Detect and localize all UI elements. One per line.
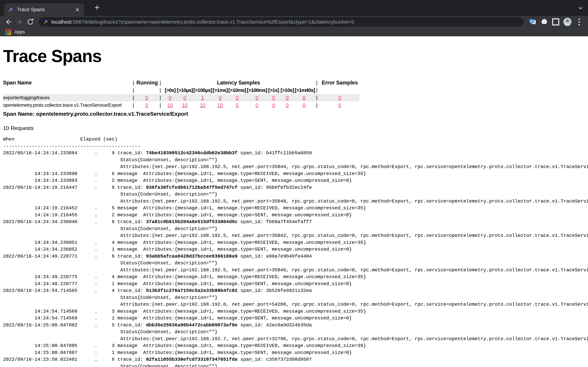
latency-count-cell: 0 (268, 101, 280, 109)
span-table-row: opentelemetry.proto.collector.trace.v1.T… (3, 101, 359, 109)
selected-span-label: Span Name: opentelemetry.proto.collector… (3, 111, 588, 117)
span-name: opentelemetry.proto.collector.trace.v1.T… (3, 101, 130, 109)
latency-count-cell: 10 (193, 101, 212, 109)
request-count: 10 Requests (3, 125, 588, 131)
running-count-link[interactable]: 0 (145, 102, 148, 108)
opentelemetry-favicon-icon (43, 19, 48, 25)
latency-bucket-label: [>10ms] (228, 86, 246, 94)
forward-button[interactable] (16, 18, 23, 26)
bucket-spacer (3, 86, 130, 94)
running-count-link[interactable]: 0 (145, 95, 148, 100)
latency-count-cell: 0 (246, 94, 268, 101)
latency-bucket-label: [>1s] (268, 86, 280, 94)
latency-count-link[interactable]: 0 (219, 95, 222, 100)
browser-chrome: Trace Spans × + (0, 0, 588, 36)
latency-count-link[interactable]: 0 (272, 102, 275, 108)
column-separator: | (157, 94, 164, 101)
column-separator: | (313, 94, 320, 101)
extensions-puzzle-icon[interactable] (540, 18, 548, 26)
latency-count-cell: 10 (164, 101, 177, 109)
url-path: :55679/debug/tracez?zspanname=openteleme… (71, 19, 354, 25)
bucket-spacer (320, 86, 359, 94)
column-separator: | (157, 101, 164, 109)
column-separator: | (130, 94, 137, 101)
table-header-row: Span Name | Running | Latency Samples | … (3, 79, 359, 86)
latency-count-link[interactable]: 0 (286, 95, 289, 100)
bookmarks-bar: Apps (0, 28, 588, 36)
apps-grid-icon[interactable] (5, 29, 11, 35)
running-count-cell: 0 (137, 94, 157, 101)
latency-count-cell: 5 (228, 101, 246, 109)
column-separator: | (130, 101, 137, 109)
browser-menu-icon[interactable] (575, 18, 583, 26)
running-count-cell: 0 (137, 101, 157, 109)
column-separator: | (130, 86, 137, 94)
latency-count-link[interactable]: 0 (286, 102, 289, 108)
col-error-samples: Error Samples (320, 79, 359, 86)
bucket-header-row: ||[>0s][>10µs][>100µs][>1ms][>10ms][>100… (3, 86, 359, 94)
opentelemetry-favicon-icon (8, 7, 14, 13)
tab-close-icon[interactable]: × (74, 6, 80, 13)
latency-count-link[interactable]: 0 (272, 95, 275, 100)
latency-count-link[interactable]: 10 (217, 102, 223, 108)
tab-strip: Trace Spans × + (0, 0, 588, 16)
browser-tab[interactable]: Trace Spans × (4, 3, 84, 16)
latency-count-cell: 0 (268, 94, 280, 101)
latency-count-link[interactable]: 0 (169, 95, 172, 100)
latency-bucket-label: [>1m40s] (295, 86, 313, 94)
latency-count-link[interactable]: 5 (236, 102, 239, 108)
tab-title: Trace Spans (17, 7, 74, 12)
latency-bucket-label: [>0s] (164, 86, 177, 94)
latency-count-cell: 1 (193, 94, 212, 101)
profile-avatar[interactable] (563, 18, 571, 26)
latency-count-link[interactable]: 0 (303, 95, 306, 100)
column-separator: | (157, 86, 164, 94)
latency-count-link[interactable]: 0 (303, 102, 306, 108)
latency-bucket-label: [>100ms] (246, 86, 268, 94)
latency-count-link[interactable]: 0 (256, 95, 259, 100)
latency-count-link[interactable]: 10 (182, 102, 188, 108)
col-running: Running (137, 79, 157, 86)
latency-count-cell: 0 (212, 94, 228, 101)
latency-count-cell: 0 (280, 94, 295, 101)
latency-count-link[interactable]: 0 (236, 95, 239, 100)
column-separator: | (313, 79, 320, 86)
latency-count-cell: 0 (164, 94, 177, 101)
column-separator: | (130, 79, 137, 86)
latency-bucket-label: [>1ms] (212, 86, 228, 94)
bucket-spacer (137, 86, 157, 94)
bookmark-apps[interactable]: Apps (15, 29, 25, 35)
url-bar[interactable]: localhost:55679/debug/tracez?zspanname=o… (39, 17, 524, 27)
col-span-name: Span Name (3, 79, 130, 86)
latency-count-cell: 0 (228, 94, 246, 101)
svg-text:G: G (530, 19, 533, 23)
latency-count-link[interactable]: 0 (256, 102, 259, 108)
new-tab-button[interactable]: + (95, 2, 100, 13)
latency-count-link[interactable]: 0 (183, 95, 186, 100)
side-panel-extension-icon[interactable] (552, 18, 560, 26)
error-count-link[interactable]: 0 (338, 95, 341, 100)
latency-count-cell: 0 (177, 94, 193, 101)
latency-count-cell: 10 (212, 101, 228, 109)
column-separator: | (157, 79, 164, 86)
chevron-down-icon[interactable] (578, 5, 584, 11)
browser-toolbar: localhost:55679/debug/tracez?zspanname=o… (0, 16, 588, 28)
translate-extension-icon[interactable]: 文 G (529, 18, 536, 26)
error-count-link[interactable]: 0 (338, 102, 341, 108)
span-table-row: exporter/logging/traces|0|001000000|0 (3, 94, 359, 101)
reload-button[interactable] (26, 18, 34, 26)
trace-log: When Elapsed (sec) ---------------------… (3, 136, 588, 367)
span-name: exporter/logging/traces (3, 94, 130, 101)
latency-bucket-label: [>10s] (280, 86, 295, 94)
latency-count-cell: 0 (295, 94, 313, 101)
latency-count-cell: 0 (280, 101, 295, 109)
col-latency-samples: Latency Samples (164, 79, 313, 86)
url-host: localhost (51, 19, 71, 25)
column-separator: | (313, 101, 320, 109)
latency-count-link[interactable]: 10 (200, 102, 205, 108)
back-button[interactable] (5, 18, 12, 26)
latency-count-link[interactable]: 1 (201, 95, 204, 100)
latency-count-link[interactable]: 10 (167, 102, 173, 108)
latency-count-cell: 0 (246, 101, 268, 109)
latency-bucket-label: [>100µs] (193, 86, 212, 94)
